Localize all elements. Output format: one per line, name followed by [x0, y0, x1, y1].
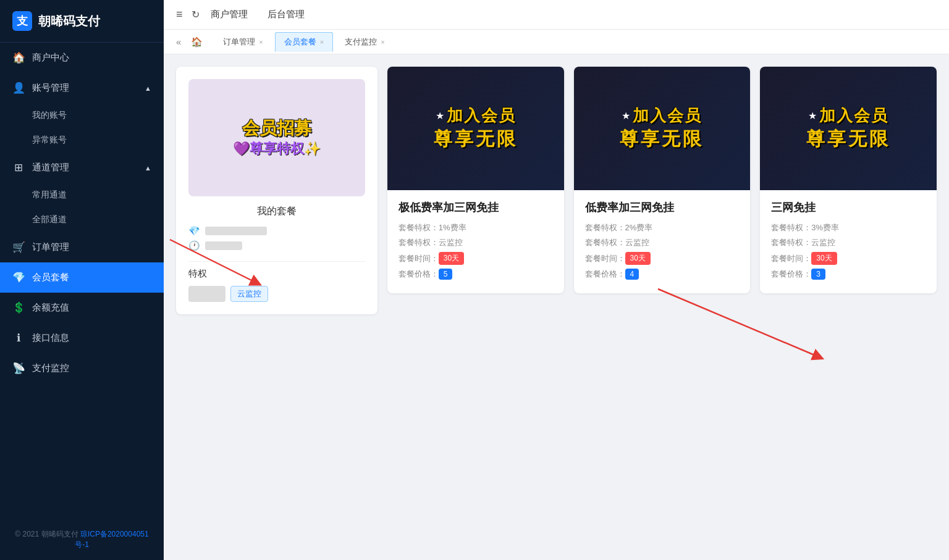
- time-badge-1: 30天: [439, 252, 464, 265]
- join-member-subtitle-3: 尊享无限: [806, 127, 890, 152]
- offer-body-2: 低费率加三网免挂 套餐特权： 2%费率 套餐特权： 云监控 套餐时间： 30天 …: [574, 190, 751, 293]
- sidebar-item-payment-monitor[interactable]: 📡 支付监控: [0, 353, 164, 383]
- tab-member-package[interactable]: 会员套餐 ×: [275, 32, 333, 52]
- user-icon: 👤: [12, 81, 25, 94]
- offer-title-2: 低费率加三网免挂: [585, 200, 740, 215]
- my-package-card: 会员招募 💜尊享特权✨ 我的套餐 💎 🕐 特权 云监控: [176, 67, 377, 314]
- offer-card-2[interactable]: ★ 加入会员 尊享无限 低费率加三网免挂 套餐特权： 2%费率 套餐特权： 云监…: [574, 67, 751, 293]
- topbar-merchant-manage[interactable]: 商户管理: [208, 9, 250, 20]
- offer-card-3[interactable]: ★ 加入会员 尊享无限 三网免挂 套餐特权： 3%费率 套餐特权： 云监控 套餐…: [760, 67, 937, 293]
- privilege-tags: 云监控: [188, 286, 365, 302]
- sidebar-label: 订单管理: [32, 241, 69, 253]
- offer-label: 套餐价格：: [585, 269, 625, 280]
- offer-label: 套餐时间：: [585, 253, 625, 264]
- sidebar-label: 支付监控: [32, 362, 69, 374]
- content-area: 会员招募 💜尊享特权✨ 我的套餐 💎 🕐 特权 云监控: [164, 54, 949, 560]
- offer-row-2-1: 套餐特权： 2%费率: [585, 222, 740, 233]
- main-area: ≡ ↻ 商户管理 后台管理 « 🏠 订单管理 × 会员套餐 × 支付监控 × 会…: [164, 0, 949, 560]
- offer-label: 套餐价格：: [771, 269, 811, 280]
- sidebar-label: 余额充值: [32, 302, 69, 314]
- sidebar-label: 接口信息: [32, 332, 69, 344]
- refresh-icon[interactable]: ↻: [192, 9, 200, 20]
- sidebar-item-order-manage[interactable]: 🛒 订单管理: [0, 232, 164, 262]
- price-badge-2: 4: [625, 269, 639, 280]
- sidebar-label: 会员套餐: [32, 272, 69, 283]
- offer-card-1[interactable]: ★ 加入会员 尊享无限 极低费率加三网免挂 套餐特权： 1%费率 套餐特权： 云…: [387, 67, 564, 293]
- offer-value: 云监控: [439, 237, 463, 248]
- sidebar-item-account-manage[interactable]: 👤 账号管理 ▲: [0, 73, 164, 103]
- app-name: 朝晞码支付: [38, 13, 100, 30]
- tabbar: « 🏠 订单管理 × 会员套餐 × 支付监控 ×: [164, 30, 949, 54]
- sidebar-logo: 支 朝晞码支付: [0, 0, 164, 43]
- offer-body-3: 三网免挂 套餐特权： 3%费率 套餐特权： 云监控 套餐时间： 30天 套餐价格…: [760, 190, 937, 293]
- offer-label: 套餐特权：: [585, 222, 625, 233]
- sidebar-sub-label: 异常账号: [32, 135, 67, 146]
- tab-order-manage[interactable]: 订单管理 ×: [214, 32, 272, 52]
- price-badge-3: 3: [811, 269, 825, 280]
- topbar: ≡ ↻ 商户管理 后台管理: [164, 0, 949, 30]
- sidebar-sub-label: 我的账号: [32, 110, 67, 121]
- grid-icon: ⊞: [12, 161, 25, 174]
- topbar-backend-manage[interactable]: 后台管理: [265, 9, 307, 20]
- footer-icp-link[interactable]: 琼ICP备2020004051号-1: [75, 530, 149, 549]
- tab-payment-monitor[interactable]: 支付监控 ×: [335, 32, 394, 52]
- tabbar-home-icon[interactable]: 🏠: [186, 36, 208, 48]
- price-badge-1: 5: [439, 269, 453, 280]
- offer-row-3-2: 套餐特权： 云监控: [771, 237, 926, 248]
- tab-close-monitor[interactable]: ×: [381, 38, 384, 46]
- logo-icon: 支: [12, 11, 32, 31]
- svg-line-1: [658, 289, 819, 357]
- sidebar-item-channel-manage[interactable]: ⊞ 通道管理 ▲: [0, 153, 164, 183]
- time-badge-2: 30天: [625, 252, 651, 265]
- offer-banner-3: ★ 加入会员 尊享无限: [760, 67, 937, 190]
- footer-copyright: © 2021 朝晞码支付: [15, 530, 78, 538]
- offer-label: 套餐价格：: [399, 269, 439, 280]
- sidebar-item-merchant-center[interactable]: 🏠 商户中心: [0, 43, 164, 73]
- offer-label: 套餐特权：: [771, 222, 811, 233]
- offer-row-2-3: 套餐时间： 30天: [585, 252, 740, 265]
- sidebar-item-member-package[interactable]: 💎 会员套餐: [0, 262, 164, 293]
- sidebar-item-common-channel[interactable]: 常用通道: [0, 183, 164, 207]
- my-package-diamond-info: 💎: [188, 225, 365, 236]
- tab-label: 会员套餐: [284, 36, 316, 48]
- offer-title-1: 极低费率加三网免挂: [399, 200, 553, 215]
- sidebar-item-my-account[interactable]: 我的账号: [0, 103, 164, 128]
- my-package-label: 我的套餐: [257, 205, 297, 218]
- privilege-tag-yunjk: 云监控: [230, 286, 268, 302]
- cart-icon: 🛒: [12, 241, 25, 254]
- offer-label: 套餐特权：: [399, 237, 439, 248]
- sidebar-item-balance-recharge[interactable]: 💲 余额充值: [0, 293, 164, 323]
- sidebar-item-abnormal-account[interactable]: 异常账号: [0, 128, 164, 153]
- tab-close-order[interactable]: ×: [259, 38, 263, 46]
- tab-close-member[interactable]: ×: [320, 38, 324, 46]
- monitor-icon: 📡: [12, 362, 25, 375]
- offer-banner-2: ★ 加入会员 尊享无限: [574, 67, 751, 190]
- sidebar-sub-label: 常用通道: [32, 190, 67, 201]
- privilege-tag-blur: [188, 286, 226, 302]
- join-member-title: 加入会员: [447, 105, 516, 127]
- offer-label: 套餐特权：: [399, 222, 439, 233]
- home-icon: 🏠: [12, 51, 25, 64]
- card-divider: [188, 261, 365, 262]
- tabbar-back-icon[interactable]: «: [171, 36, 186, 47]
- offer-label: 套餐时间：: [771, 253, 811, 264]
- money-icon: 💲: [12, 301, 25, 314]
- sidebar-label: 商户中心: [32, 52, 69, 64]
- menu-toggle-icon[interactable]: ≡: [176, 8, 183, 21]
- offer-body-1: 极低费率加三网免挂 套餐特权： 1%费率 套餐特权： 云监控 套餐时间： 30天…: [387, 190, 564, 293]
- offer-label: 套餐特权：: [585, 237, 625, 248]
- offer-row-1-1: 套餐特权： 1%费率: [399, 222, 553, 233]
- banner-title: 会员招募: [233, 117, 321, 140]
- sidebar-item-api-info[interactable]: ℹ 接口信息: [0, 323, 164, 353]
- offer-row-3-4: 套餐价格： 3: [771, 269, 926, 280]
- banner-subtitle: 💜尊享特权✨: [233, 140, 321, 158]
- sidebar: 支 朝晞码支付 🏠 商户中心 👤 账号管理 ▲ 我的账号 异常账号 ⊞ 通道管理…: [0, 0, 164, 560]
- offer-row-1-3: 套餐时间： 30天: [399, 252, 553, 265]
- sidebar-item-all-channel[interactable]: 全部通道: [0, 207, 164, 232]
- info-icon: ℹ: [12, 332, 25, 345]
- offer-row-1-2: 套餐特权： 云监控: [399, 237, 553, 248]
- offer-banner-1: ★ 加入会员 尊享无限: [387, 67, 564, 190]
- join-member-title-3: 加入会员: [819, 105, 888, 127]
- offer-value: 云监控: [625, 237, 649, 248]
- offer-value: 3%费率: [811, 222, 839, 233]
